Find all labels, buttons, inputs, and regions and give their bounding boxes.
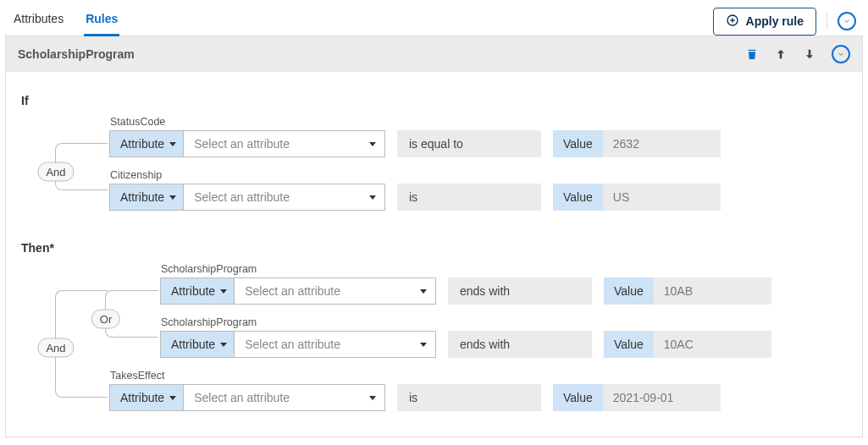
comparator[interactable]: is equal to <box>397 130 541 157</box>
attribute-select[interactable]: Attribute Select an attribute <box>160 331 436 358</box>
rule-collapse-toggle[interactable] <box>832 45 850 63</box>
condition-row: StatusCode Attribute Select an attribute… <box>109 116 847 157</box>
plus-circle-icon <box>726 14 739 30</box>
comparator[interactable]: ends with <box>448 331 592 358</box>
rule-area: ScholarshipProgram If And StatusCode <box>5 36 863 437</box>
move-down-icon[interactable] <box>803 47 816 61</box>
top-bar: Attributes Rules Apply rule <box>0 0 868 36</box>
chevron-down-icon <box>220 343 227 347</box>
attribute-select[interactable]: Attribute Select an attribute <box>109 184 385 211</box>
chevron-down-icon <box>169 142 176 146</box>
chevron-down-icon <box>420 289 427 294</box>
then-label: Then* <box>21 241 847 255</box>
rule-header: ScholarshipProgram <box>6 36 862 72</box>
delete-icon[interactable] <box>745 47 759 61</box>
value-input[interactable]: Value US <box>553 184 721 211</box>
condition-label: StatusCode <box>109 116 847 130</box>
tab-rules[interactable]: Rules <box>84 7 119 36</box>
condition-label: TakesEffect <box>109 370 847 384</box>
value-input[interactable]: Value 2021-09-01 <box>553 384 721 411</box>
if-group: And StatusCode Attribute Select an attri… <box>21 116 847 211</box>
condition-label: Citizenship <box>109 169 847 184</box>
if-operator-pill[interactable]: And <box>37 162 74 182</box>
condition-row: TakesEffect Attribute Select an attribut… <box>109 370 847 411</box>
then-group: And Or ScholarshipProgram Attribute Sele… <box>21 263 847 411</box>
or-operator-pill[interactable]: Or <box>91 310 120 329</box>
comparator[interactable]: ends with <box>448 277 592 305</box>
if-label: If <box>21 94 847 107</box>
condition-label: ScholarshipProgram <box>160 316 847 331</box>
value-input[interactable]: Value 10AC <box>604 331 771 358</box>
attribute-select[interactable]: Attribute Select an attribute <box>109 130 385 157</box>
attribute-select[interactable]: Attribute Select an attribute <box>160 277 436 305</box>
condition-label: ScholarshipProgram <box>160 263 847 277</box>
chevron-down-icon <box>220 289 227 294</box>
collapse-toggle[interactable] <box>838 12 856 30</box>
comparator[interactable]: is <box>397 384 541 411</box>
divider <box>827 13 827 30</box>
rule-header-actions <box>745 45 850 63</box>
chevron-down-icon <box>369 396 376 400</box>
then-operator-pill[interactable]: And <box>37 338 74 358</box>
apply-rule-button[interactable]: Apply rule <box>713 8 816 36</box>
rule-body: If And StatusCode Attribute Select an at… <box>6 72 862 437</box>
comparator[interactable]: is <box>397 184 541 211</box>
chevron-down-icon <box>369 195 376 200</box>
or-group: Or ScholarshipProgram Attribute Select a… <box>109 263 847 358</box>
condition-row: Citizenship Attribute Select an attribut… <box>109 169 847 211</box>
attribute-select[interactable]: Attribute Select an attribute <box>109 384 385 411</box>
chevron-down-icon <box>420 343 427 347</box>
chevron-down-icon <box>169 195 176 200</box>
condition-row: ScholarshipProgram Attribute Select an a… <box>160 316 847 358</box>
apply-rule-label: Apply rule <box>746 14 804 28</box>
move-up-icon[interactable] <box>774 47 788 61</box>
tabs: Attributes Rules <box>12 7 119 36</box>
rule-title: ScholarshipProgram <box>18 47 135 61</box>
top-actions: Apply rule <box>713 8 856 36</box>
condition-row: ScholarshipProgram Attribute Select an a… <box>160 263 847 305</box>
value-input[interactable]: Value 2632 <box>553 130 721 157</box>
value-input[interactable]: Value 10AB <box>604 277 771 305</box>
tab-attributes[interactable]: Attributes <box>12 7 65 36</box>
chevron-down-icon <box>369 142 376 146</box>
chevron-down-icon <box>169 396 176 400</box>
